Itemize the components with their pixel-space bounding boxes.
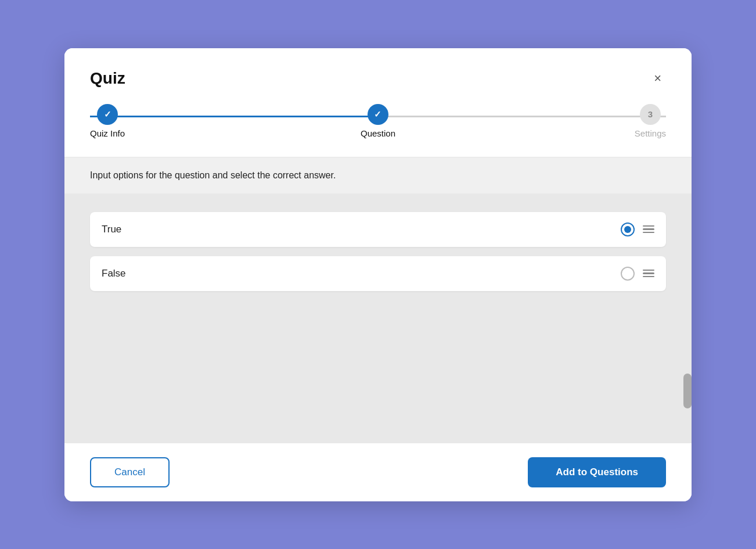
add-to-questions-button[interactable]: Add to Questions [528, 457, 666, 487]
step-question[interactable]: ✓ Question [361, 104, 395, 138]
modal-footer: Cancel Add to Questions [64, 443, 692, 501]
options-area: True False [64, 193, 692, 443]
drag-handle-false[interactable] [643, 270, 654, 278]
step-circle-quiz-info: ✓ [97, 104, 118, 125]
stepper-track-filled [90, 116, 378, 117]
option-row-false[interactable]: False [90, 256, 666, 291]
drag-handle-true[interactable] [643, 225, 654, 234]
option-row-true[interactable]: True [90, 212, 666, 247]
instruction-bar: Input options for the question and selec… [64, 157, 692, 193]
step-quiz-info[interactable]: ✓ Quiz Info [90, 104, 125, 138]
checkmark-quiz-info: ✓ [104, 109, 111, 120]
cancel-button[interactable]: Cancel [90, 457, 170, 487]
modal-title: Quiz [90, 69, 125, 88]
instruction-text: Input options for the question and selec… [90, 170, 336, 180]
option-controls-true [621, 223, 654, 236]
scrollbar-thumb[interactable] [683, 374, 692, 408]
radio-true[interactable] [621, 223, 635, 236]
step-label-question: Question [361, 128, 395, 138]
close-button[interactable]: × [649, 70, 666, 87]
step-circle-question: ✓ [368, 104, 388, 125]
option-label-true: True [102, 224, 621, 235]
step-label-quiz-info: Quiz Info [90, 128, 125, 138]
step-number-settings: 3 [648, 109, 653, 119]
option-controls-false [621, 267, 654, 281]
checkmark-question: ✓ [374, 109, 381, 120]
radio-false[interactable] [621, 267, 635, 281]
step-label-settings: Settings [635, 128, 666, 138]
step-circle-settings: 3 [640, 104, 661, 125]
stepper: ✓ Quiz Info ✓ Question 3 Settings [64, 104, 692, 157]
modal-header: Quiz × [64, 48, 692, 104]
scrollbar-track[interactable] [683, 374, 692, 392]
quiz-modal: Quiz × ✓ Quiz Info ✓ Question 3 Settings [64, 48, 692, 501]
option-label-false: False [102, 268, 621, 279]
step-settings[interactable]: 3 Settings [635, 104, 666, 138]
